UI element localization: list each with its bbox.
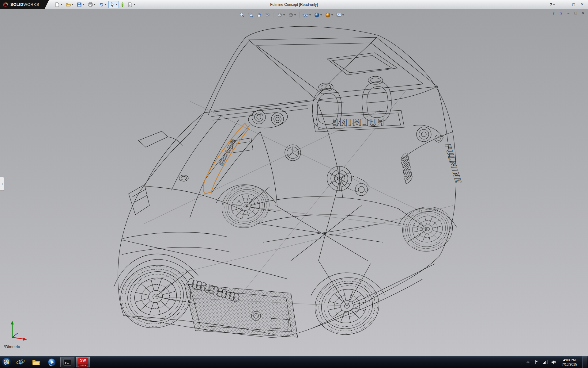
undo-icon <box>99 2 104 7</box>
section-view-button[interactable] <box>264 11 272 19</box>
clock-time: 4:00 PM <box>562 358 577 362</box>
instant3d-icon <box>121 2 124 7</box>
display-style-button[interactable] <box>287 11 297 19</box>
decal-right-side: FULMINE <box>443 142 463 184</box>
view-settings-button[interactable] <box>335 11 345 19</box>
flag-icon <box>534 360 539 364</box>
network-icon <box>543 360 548 364</box>
previous-view-button[interactable] <box>256 11 263 19</box>
view-settings-icon <box>336 12 342 18</box>
eyeglasses-icon <box>303 12 309 18</box>
dropdown-caret[interactable] <box>342 14 344 16</box>
dropdown-caret[interactable] <box>309 14 311 16</box>
expand-panel-button[interactable]: ❯ <box>558 10 564 16</box>
undo-button[interactable] <box>97 1 108 8</box>
separator <box>299 12 300 18</box>
help-button[interactable]: ? <box>550 2 555 7</box>
open-button[interactable] <box>64 1 75 8</box>
instant3d-button[interactable] <box>119 1 126 8</box>
hide-show-items-button[interactable] <box>302 11 312 19</box>
dropdown-caret[interactable] <box>553 4 555 5</box>
dropdown-caret[interactable] <box>61 4 62 5</box>
dropdown-caret[interactable] <box>83 4 85 5</box>
action-center-button[interactable] <box>534 359 539 366</box>
coordinate-triad <box>6 316 30 342</box>
wireframe-car-model: FULMINE FULMINE FULMINE <box>0 9 588 356</box>
dropdown-caret[interactable] <box>294 14 296 16</box>
show-desktop-button[interactable] <box>582 356 587 368</box>
feature-manager-collapsed-tab[interactable]: ◂ <box>0 177 4 191</box>
clock-date: 7/13/2015 <box>562 362 577 366</box>
dropdown-caret[interactable] <box>72 4 74 5</box>
doc-minimize-button[interactable]: – <box>565 10 571 16</box>
standard-toolbar <box>53 1 137 8</box>
solidworks-taskbar-button[interactable]: SW 2015 <box>76 357 90 367</box>
select-cursor-icon <box>110 2 115 7</box>
chevron-up-icon <box>526 360 530 364</box>
expand-feature-tree-button[interactable]: ❮ <box>551 10 557 16</box>
heads-up-toolbar <box>237 11 347 19</box>
desktop: SOLIDWORKS <box>0 0 588 368</box>
maximize-button[interactable]: ▢ <box>570 2 577 7</box>
minimize-button[interactable]: – <box>562 2 568 7</box>
dropdown-caret[interactable] <box>134 4 135 5</box>
show-hidden-icons-button[interactable] <box>525 359 531 366</box>
media-player-icon <box>47 358 56 367</box>
solidworks-app-icon: SW 2015 <box>78 358 88 367</box>
file-explorer-button[interactable] <box>29 357 43 367</box>
decal-rear: FULMINE <box>331 117 384 128</box>
media-player-button[interactable] <box>45 357 59 367</box>
select-button[interactable] <box>108 1 119 8</box>
doc-close-button[interactable]: ✕ <box>580 10 586 16</box>
system-tray: 4:00 PM 7/13/2015 <box>525 356 588 368</box>
windows-orb-icon <box>1 357 12 367</box>
dropdown-caret[interactable] <box>94 4 96 5</box>
separator <box>274 12 274 18</box>
view-orientation-label: *Dimetric <box>4 344 20 349</box>
zoom-to-fit-button[interactable] <box>239 11 246 19</box>
save-button[interactable] <box>75 1 86 8</box>
command-prompt-button[interactable] <box>60 357 74 367</box>
print-button[interactable] <box>86 1 97 8</box>
dropdown-caret[interactable] <box>331 14 333 16</box>
internet-explorer-button[interactable]: e <box>13 357 28 367</box>
title-bar: SOLIDWORKS <box>0 0 588 9</box>
zoom-to-area-button[interactable] <box>247 11 254 19</box>
open-folder-icon <box>66 2 71 7</box>
document-window-controls: ❮ ❯ – ❐ ✕ <box>551 10 586 16</box>
dropdown-caret[interactable] <box>283 14 285 16</box>
zoom-to-area-icon <box>248 12 254 18</box>
scene-ball-icon <box>325 12 331 18</box>
section-view-icon <box>265 12 271 18</box>
view-orientation-button[interactable] <box>276 11 286 19</box>
taskbar-clock[interactable]: 4:00 PM 7/13/2015 <box>560 358 579 366</box>
edit-appearance-button[interactable] <box>313 11 323 19</box>
new-document-icon <box>55 2 60 7</box>
taskbar-apps: e <box>13 357 90 367</box>
doc-restore-button[interactable]: ❐ <box>573 10 579 16</box>
speaker-icon <box>551 360 556 364</box>
folder-icon <box>32 358 41 367</box>
save-icon <box>77 2 82 7</box>
zoom-to-fit-icon <box>239 12 245 18</box>
dassault-3ds-icon <box>2 2 9 8</box>
new-document-button[interactable] <box>53 1 64 8</box>
apply-scene-button[interactable] <box>324 11 334 19</box>
file-properties-button[interactable] <box>126 1 137 8</box>
network-button[interactable] <box>542 359 548 366</box>
taskbar: e <box>0 356 588 368</box>
display-style-icon <box>288 12 294 18</box>
svg-text:e: e <box>18 358 23 366</box>
volume-button[interactable] <box>551 359 556 366</box>
solidworks-logo: SOLIDWORKS <box>0 0 49 9</box>
previous-view-icon <box>257 12 262 18</box>
view-orientation-icon <box>277 12 283 18</box>
close-button[interactable]: ✕ <box>579 2 586 7</box>
dropdown-caret[interactable] <box>105 4 107 5</box>
start-button[interactable] <box>0 356 13 368</box>
dropdown-caret[interactable] <box>320 14 322 16</box>
dropdown-caret[interactable] <box>116 4 118 5</box>
file-properties-icon <box>127 2 133 7</box>
internet-explorer-icon: e <box>16 358 25 367</box>
graphics-viewport[interactable]: FULMINE FULMINE FULMINE <box>0 9 588 356</box>
